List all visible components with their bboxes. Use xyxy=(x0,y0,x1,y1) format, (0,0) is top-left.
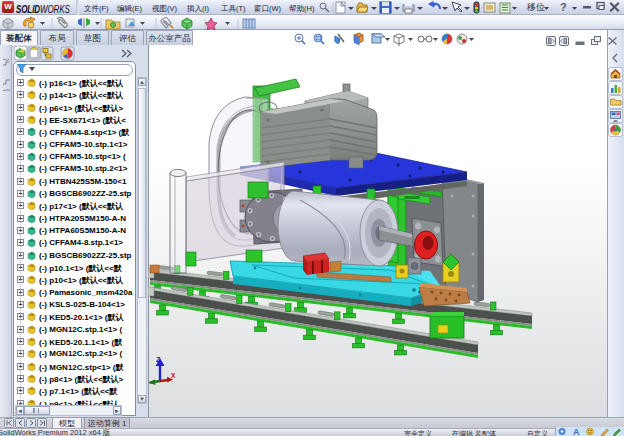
svg-text:A: A xyxy=(573,427,580,436)
svg-text:Z: Z xyxy=(156,356,161,363)
svg-text:移位: 移位 xyxy=(526,2,545,12)
svg-text:?: ? xyxy=(560,1,567,13)
svg-text:X: X xyxy=(171,372,176,379)
